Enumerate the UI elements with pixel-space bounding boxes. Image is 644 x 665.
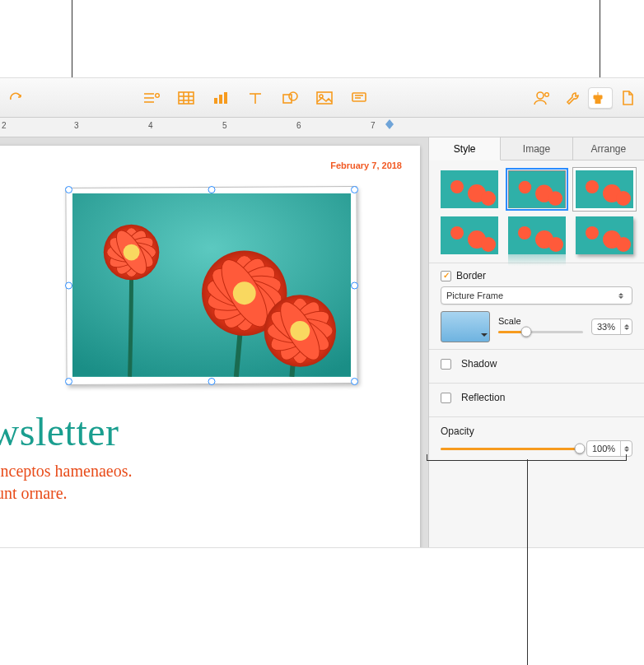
tools-icon[interactable] (563, 89, 583, 107)
svg-rect-13 (224, 92, 227, 104)
document-canvas[interactable]: February 7, 2018 (0, 137, 428, 547)
resize-handle[interactable] (65, 282, 72, 290)
style-thumbnails (429, 160, 644, 263)
scale-stepper[interactable]: 33% (591, 319, 632, 335)
chart-icon[interactable] (211, 89, 231, 107)
collab-icon[interactable] (532, 89, 552, 107)
style-preset[interactable] (576, 170, 633, 208)
frame-swatch[interactable] (441, 311, 490, 342)
resize-handle[interactable] (351, 186, 358, 193)
resize-handle[interactable] (351, 378, 358, 385)
scale-label: Scale (498, 316, 583, 326)
reflection-section: Reflection (429, 383, 644, 416)
style-preset[interactable] (508, 216, 566, 254)
document-icon[interactable] (618, 89, 637, 107)
sidebar-tabs: Style Image Arrange (429, 137, 644, 160)
selected-image[interactable] (66, 187, 357, 384)
svg-rect-11 (214, 98, 217, 104)
ruler-mark: 2 (2, 121, 7, 130)
page-date: February 7, 2018 (330, 160, 402, 170)
ruler: 2 3 4 5 6 7 (0, 118, 644, 137)
chevron-updown-icon (615, 289, 627, 302)
tab-style[interactable]: Style (429, 137, 501, 160)
border-type-select[interactable]: Picture Frame (441, 286, 632, 305)
svg-point-65 (616, 191, 631, 206)
headline-text[interactable]: Daily Newsletter (0, 409, 119, 454)
resize-handle[interactable] (208, 378, 216, 385)
border-label: Border (456, 270, 486, 281)
callout-line-right (600, 0, 600, 81)
style-preset[interactable] (441, 216, 498, 254)
redo-icon[interactable] (7, 89, 26, 107)
svg-rect-12 (219, 95, 222, 104)
svg-point-61 (548, 191, 562, 205)
format-icon[interactable] (588, 87, 613, 109)
toolbar (0, 78, 644, 118)
style-preset[interactable] (508, 170, 566, 208)
comment-icon[interactable] (349, 89, 369, 107)
svg-point-59 (519, 181, 532, 194)
tab-arrange[interactable]: Arrange (573, 137, 644, 160)
ruler-mark: 4 (148, 121, 153, 130)
ruler-mark: 3 (74, 121, 79, 130)
app-window: 2 3 4 5 6 7 February 7, 2018 (0, 78, 644, 547)
svg-rect-20 (352, 93, 366, 101)
format-sidebar: Style Image Arrange Border (428, 137, 644, 547)
shape-icon[interactable] (280, 89, 300, 107)
svg-point-17 (289, 92, 297, 100)
svg-rect-6 (179, 92, 194, 104)
border-section: Border Picture Frame Scale (429, 263, 644, 349)
svg-point-73 (548, 237, 563, 252)
svg-point-75 (586, 226, 599, 239)
table-icon[interactable] (176, 89, 196, 107)
svg-point-71 (518, 226, 531, 239)
insert-icon[interactable] (142, 89, 161, 107)
page: February 7, 2018 (0, 146, 420, 547)
svg-point-63 (586, 180, 599, 193)
media-icon[interactable] (315, 89, 334, 107)
opacity-slider[interactable] (441, 443, 580, 454)
resize-handle[interactable] (65, 186, 72, 193)
body-text[interactable]: t taciti sociosqu ad per inceptos hamena… (0, 460, 132, 505)
flower-photo (72, 193, 351, 377)
svg-rect-18 (317, 92, 332, 104)
opacity-label: Opacity (441, 426, 632, 437)
svg-point-77 (616, 237, 631, 252)
ruler-mark: 6 (296, 121, 301, 130)
reflection-checkbox[interactable] (441, 393, 451, 403)
svg-point-23 (537, 92, 544, 99)
tab-image[interactable]: Image (501, 137, 572, 160)
ruler-mark: 7 (371, 121, 376, 130)
shadow-label: Shadow (461, 358, 497, 370)
callout-line-bottom (527, 459, 528, 665)
resize-handle[interactable] (208, 186, 216, 193)
svg-point-57 (481, 191, 496, 206)
svg-point-36 (124, 244, 140, 261)
ruler-right-margin-icon[interactable] (385, 119, 394, 129)
style-preset[interactable] (576, 216, 633, 254)
style-preset[interactable] (441, 170, 498, 208)
svg-point-53 (290, 321, 310, 341)
text-icon[interactable] (245, 89, 265, 107)
svg-point-45 (233, 281, 256, 305)
ruler-mark: 5 (222, 121, 227, 130)
svg-point-69 (481, 237, 496, 252)
chevron-updown-icon (620, 319, 632, 334)
svg-point-67 (450, 226, 464, 239)
resize-handle[interactable] (351, 282, 358, 290)
border-checkbox[interactable] (441, 271, 451, 281)
resize-handle[interactable] (65, 378, 72, 385)
svg-point-55 (450, 180, 464, 193)
reflection-label: Reflection (461, 392, 505, 403)
shadow-section: Shadow (429, 349, 644, 383)
shadow-checkbox[interactable] (441, 359, 451, 370)
scale-slider[interactable] (498, 326, 583, 337)
